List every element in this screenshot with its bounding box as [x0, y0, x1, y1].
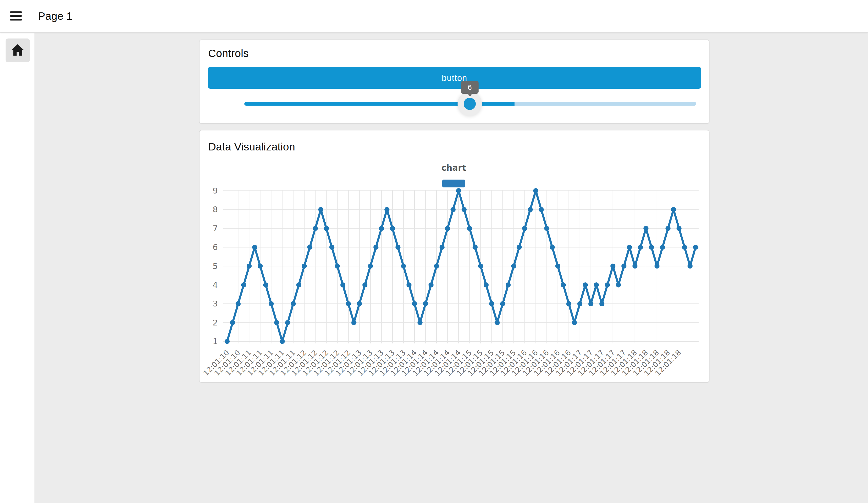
data-point: [688, 264, 693, 269]
data-point: [621, 264, 627, 269]
slider-value-tooltip: 6: [461, 81, 478, 94]
data-point: [225, 339, 230, 344]
data-point: [252, 245, 257, 250]
page-title: Page 1: [38, 10, 72, 22]
data-point: [285, 320, 290, 325]
y-axis-tick-label: 8: [213, 205, 218, 214]
data-point: [693, 245, 698, 250]
data-point: [649, 245, 654, 250]
data-point: [489, 301, 494, 306]
data-point: [401, 264, 406, 269]
data-point: [616, 283, 621, 287]
data-point: [577, 301, 582, 306]
data-point: [627, 245, 632, 250]
data-point: [583, 283, 588, 287]
data-point: [390, 226, 395, 231]
data-point: [588, 301, 593, 306]
data-point: [445, 226, 450, 231]
data-point: [263, 283, 268, 287]
data-point: [362, 283, 368, 287]
data-point: [555, 264, 560, 269]
data-point: [329, 245, 334, 250]
y-axis-tick-label: 1: [213, 337, 218, 346]
y-axis-tick-label: 6: [213, 243, 218, 252]
data-point: [368, 264, 373, 269]
data-point: [236, 301, 241, 306]
data-point: [247, 264, 252, 269]
data-point: [550, 245, 555, 250]
data-point: [500, 301, 505, 306]
data-point: [258, 264, 263, 269]
hamburger-icon[interactable]: [10, 8, 26, 24]
slider-handle[interactable]: [464, 98, 476, 110]
data-point: [467, 226, 472, 231]
sidebar-item-home[interactable]: [6, 39, 30, 62]
data-point: [654, 264, 660, 269]
data-point: [566, 301, 571, 306]
data-point: [417, 320, 423, 325]
data-point: [274, 320, 279, 325]
data-point: [495, 320, 499, 325]
data-point: [638, 245, 643, 250]
data-point: [605, 283, 610, 287]
data-point: [682, 245, 687, 250]
y-axis-tick-label: 9: [213, 186, 218, 196]
data-point: [373, 245, 379, 250]
data-point: [434, 264, 439, 269]
data-point: [428, 283, 434, 287]
data-point: [379, 226, 384, 231]
data-point: [594, 283, 599, 287]
data-point: [346, 301, 351, 306]
data-point: [291, 301, 296, 306]
home-icon: [11, 43, 24, 58]
data-point: [544, 226, 549, 231]
top-app-bar: Page 1: [0, 0, 868, 32]
y-axis-tick-label: 7: [213, 224, 218, 233]
data-point: [660, 245, 665, 250]
data-point: [269, 301, 274, 306]
slider-row: slider 6: [199, 40, 709, 123]
y-axis-tick-label: 2: [213, 318, 218, 328]
chart-title: chart: [441, 163, 466, 173]
data-point: [357, 301, 362, 306]
line-chart: chart12345678912:01:1012:01:1012:01:1112…: [199, 131, 710, 383]
data-point: [539, 207, 544, 212]
data-point: [610, 264, 616, 269]
data-point: [318, 207, 323, 212]
data-visualization-card: Data Visualization chart12345678912:01:1…: [199, 130, 710, 383]
data-point: [599, 301, 604, 306]
data-point: [280, 339, 285, 344]
data-point: [671, 207, 676, 212]
data-point: [296, 283, 301, 287]
data-point: [517, 245, 522, 250]
data-point: [528, 207, 533, 212]
data-point: [340, 283, 345, 287]
y-axis-tick-label: 3: [213, 299, 218, 308]
data-point: [324, 226, 329, 231]
data-point: [478, 264, 483, 269]
data-point: [665, 226, 671, 231]
data-point: [572, 320, 577, 325]
data-point: [533, 188, 538, 193]
data-point: [676, 226, 682, 231]
data-point: [423, 301, 428, 306]
data-point: [351, 320, 356, 325]
data-point: [406, 283, 412, 287]
data-point: [313, 226, 318, 231]
data-point: [412, 301, 417, 306]
legend-swatch: [442, 179, 465, 187]
data-point: [241, 283, 246, 287]
y-axis-tick-label: 4: [213, 280, 218, 290]
data-point: [335, 264, 340, 269]
sidebar: [0, 33, 34, 503]
data-point: [506, 283, 511, 287]
data-point: [462, 207, 467, 212]
data-point: [456, 188, 461, 193]
data-point: [561, 283, 566, 287]
controls-card: Controls button slider 6: [199, 40, 710, 124]
data-point: [384, 207, 390, 212]
data-point: [451, 207, 455, 212]
data-point: [643, 226, 649, 231]
data-point: [307, 245, 312, 250]
data-point: [511, 264, 516, 269]
